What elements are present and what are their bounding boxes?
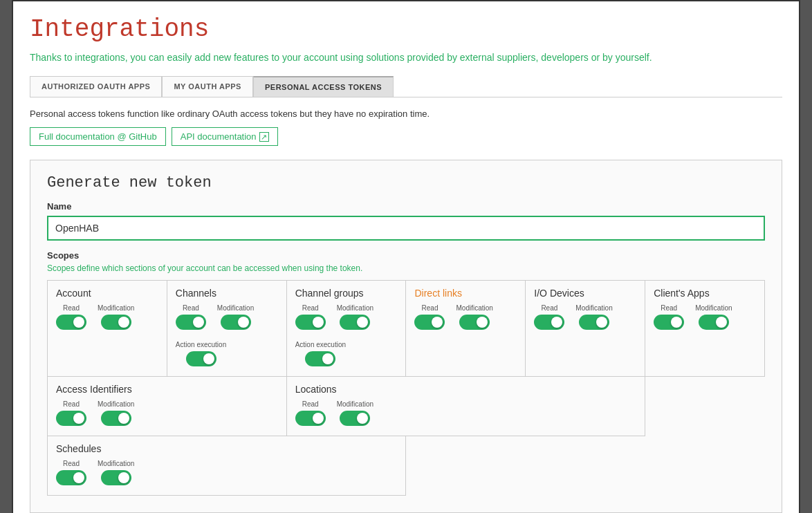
toggle-directlinks-modification-switch[interactable] bbox=[459, 315, 490, 330]
scope-channels: Channels Read Modification Action execut… bbox=[167, 281, 287, 377]
scope-io-devices-toggles: Read Modification bbox=[534, 304, 636, 330]
scope-account-name: Account bbox=[56, 288, 158, 299]
toggle-channels-read-switch[interactable] bbox=[176, 315, 206, 330]
toggle-clientsapps-modification: Modification bbox=[695, 304, 732, 330]
scope-access-identifiers: Access Identifiers Read Modification bbox=[48, 377, 287, 436]
toggle-channelgroups-read-switch[interactable] bbox=[295, 315, 326, 330]
scope-clients-apps-name: Client's Apps bbox=[654, 288, 756, 299]
toggle-account-modification-switch[interactable] bbox=[101, 315, 131, 330]
toggle-clientsapps-read: Read bbox=[654, 304, 684, 330]
scopes-grid: Account Read Modification Chan bbox=[47, 280, 765, 496]
main-window: Integrations Thanks to integrations, you… bbox=[12, 0, 800, 513]
scope-direct-links-name: Direct links bbox=[414, 288, 517, 299]
toggle-schedules-read-switch[interactable] bbox=[56, 470, 86, 485]
toggle-iodevices-modification: Modification bbox=[575, 304, 612, 330]
toggle-directlinks-modification: Modification bbox=[456, 304, 492, 330]
tabs-bar: AUTHORIZED OAUTH APPS MY OAUTH APPS PERS… bbox=[30, 76, 782, 97]
toggle-accessid-read-switch[interactable] bbox=[56, 411, 86, 426]
scope-locations-name: Locations bbox=[295, 384, 637, 395]
page-title: Integrations bbox=[30, 15, 782, 44]
token-form: Generate new token Name Scopes Scopes de… bbox=[30, 160, 782, 513]
scope-io-devices-name: I/O Devices bbox=[534, 288, 636, 299]
scope-schedules: Schedules Read Modification bbox=[48, 436, 406, 496]
doc-links: Full documentation @ GitHub API document… bbox=[30, 127, 782, 146]
toggle-clientsapps-modification-switch[interactable] bbox=[699, 315, 729, 330]
scope-schedules-toggles: Read Modification bbox=[56, 460, 397, 485]
scope-channel-groups-toggles: Read Modification Action execution bbox=[295, 304, 398, 366]
name-field-label: Name bbox=[47, 201, 765, 212]
toggle-directlinks-read-switch[interactable] bbox=[414, 315, 445, 330]
scope-direct-links: Direct links Read Modification bbox=[406, 281, 526, 377]
scope-clients-apps-toggles: Read Modification bbox=[654, 304, 756, 330]
api-doc-label: API documentation bbox=[181, 131, 257, 142]
tab-description: Personal access tokens function like ord… bbox=[30, 109, 782, 119]
scope-channel-groups: Channel groups Read Modification Action … bbox=[287, 281, 407, 377]
api-doc-link[interactable]: API documentation ↗ bbox=[172, 127, 278, 146]
toggle-channelgroups-action: Action execution bbox=[295, 341, 346, 366]
toggle-iodevices-read: Read bbox=[534, 304, 564, 330]
toggle-accessid-modification-switch[interactable] bbox=[101, 411, 131, 426]
scopes-title: Scopes bbox=[47, 250, 765, 261]
tab-authorized-oauth[interactable]: AUTHORIZED OAUTH APPS bbox=[30, 76, 162, 97]
toggle-channelgroups-action-switch[interactable] bbox=[305, 351, 335, 366]
scope-clients-apps: Client's Apps Read Modification bbox=[645, 281, 765, 377]
scope-direct-links-toggles: Read Modification bbox=[414, 304, 517, 330]
page-subtitle: Thanks to integrations, you can easily a… bbox=[30, 50, 782, 65]
toggle-channels-read: Read bbox=[176, 304, 206, 330]
toggle-accessid-read: Read bbox=[56, 400, 86, 426]
toggle-locations-read: Read bbox=[295, 400, 326, 426]
toggle-channels-action-switch[interactable] bbox=[186, 351, 216, 366]
toggle-locations-modification: Modification bbox=[337, 400, 373, 426]
token-form-title: Generate new token bbox=[47, 174, 765, 192]
scopes-section: Scopes Scopes define which sections of y… bbox=[47, 250, 765, 496]
scope-schedules-name: Schedules bbox=[56, 443, 397, 454]
toggle-locations-read-switch[interactable] bbox=[295, 411, 326, 426]
scope-locations-toggles: Read Modification bbox=[295, 400, 637, 426]
scope-account-toggles: Read Modification bbox=[56, 304, 158, 330]
scope-locations: Locations Read Modification bbox=[287, 377, 646, 436]
toggle-iodevices-read-switch[interactable] bbox=[534, 315, 564, 330]
external-link-icon: ↗ bbox=[259, 132, 269, 142]
scope-io-devices: I/O Devices Read Modification bbox=[526, 281, 645, 377]
toggle-iodevices-modification-switch[interactable] bbox=[579, 315, 609, 330]
toggle-schedules-modification-switch[interactable] bbox=[101, 470, 131, 485]
scope-channel-groups-name: Channel groups bbox=[295, 288, 398, 299]
toggle-account-read-switch[interactable] bbox=[56, 315, 86, 330]
toggle-channelgroups-modification: Modification bbox=[337, 304, 373, 330]
toggle-schedules-read: Read bbox=[56, 460, 86, 485]
scope-channels-name: Channels bbox=[176, 288, 278, 299]
scope-account: Account Read Modification bbox=[48, 281, 167, 377]
toggle-locations-modification-switch[interactable] bbox=[340, 411, 370, 426]
tab-my-oauth[interactable]: MY OAUTH APPS bbox=[162, 76, 253, 97]
scope-access-identifiers-name: Access Identifiers bbox=[56, 384, 278, 395]
toggle-channelgroups-modification-switch[interactable] bbox=[340, 315, 370, 330]
scope-access-identifiers-toggles: Read Modification bbox=[56, 400, 278, 426]
toggle-account-read: Read bbox=[56, 304, 86, 330]
toggle-schedules-modification: Modification bbox=[98, 460, 134, 485]
toggle-channelgroups-read: Read bbox=[295, 304, 326, 330]
toggle-channels-modification-switch[interactable] bbox=[221, 315, 251, 330]
toggle-clientsapps-read-switch[interactable] bbox=[654, 315, 684, 330]
toggle-channels-modification: Modification bbox=[217, 304, 254, 330]
token-name-input[interactable] bbox=[47, 216, 765, 241]
tab-personal-tokens[interactable]: PERSONAL ACCESS TOKENS bbox=[253, 76, 394, 97]
toggle-accessid-modification: Modification bbox=[98, 400, 134, 426]
toggle-channels-action: Action execution bbox=[176, 341, 226, 366]
scopes-desc: Scopes define which sections of your acc… bbox=[47, 263, 765, 273]
toggle-directlinks-read: Read bbox=[414, 304, 445, 330]
scope-channels-toggles: Read Modification Action execution bbox=[176, 304, 278, 366]
github-doc-label: Full documentation @ GitHub bbox=[39, 131, 157, 142]
github-doc-link[interactable]: Full documentation @ GitHub bbox=[30, 127, 166, 146]
toggle-account-modification: Modification bbox=[98, 304, 134, 330]
